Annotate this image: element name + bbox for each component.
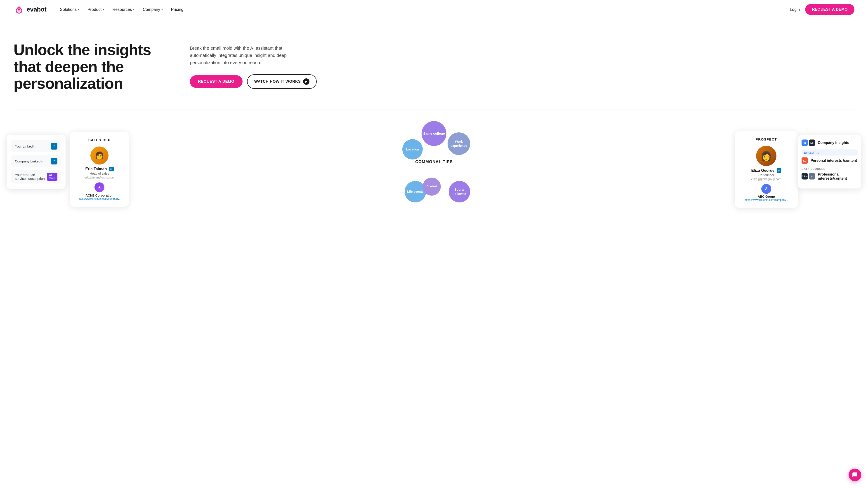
insight-row-company: in Eb Company insights	[802, 140, 858, 146]
bubble-same-college: Same college	[422, 121, 446, 146]
navbar: evabot Solutions ▾ Product ▾ Resources ▾…	[0, 0, 868, 19]
prospect-company-url[interactable]: https://www.linkedin.com/company...	[741, 198, 792, 201]
nav-actions: Login REQUEST A DEMO	[790, 4, 855, 15]
linkedin-input-label: Your LinkedIn	[15, 144, 35, 148]
input-panel: Your LinkedIn in Company LinkedIn in You…	[7, 135, 66, 189]
company-linkedin-row: Company LinkedIn in	[11, 155, 61, 167]
bubble-sports-followed: Sports Followed	[449, 181, 470, 202]
company-linkedin-label: Company LinkedIn	[15, 159, 43, 163]
insight-icons-personal: Ev	[802, 158, 808, 164]
hero-buttons: REQUEST A DEMO WATCH HOW IT WORKS ▶	[190, 74, 855, 89]
sales-rep-avatar: 🧑	[90, 147, 108, 164]
insights-panel: in Eb Company insights EVABOT AI Ev Pers…	[798, 135, 861, 189]
sales-rep-linkedin-icon: in	[109, 167, 114, 171]
bubble-location: Location	[402, 139, 423, 160]
company-insights-label: Company insights	[818, 141, 849, 145]
prospect-job-title: Co-founder	[741, 173, 792, 177]
prospect-company-logo: A	[761, 184, 771, 194]
professional-interests-label: Professional interests/content	[818, 172, 858, 181]
insight-icon-1: in	[802, 140, 808, 146]
product-desc-label: Your product/ services description	[15, 173, 47, 181]
hero-left: Unlock the insights that deepen the pers…	[13, 41, 172, 92]
bubble-work-experience: Work experience	[447, 132, 470, 155]
insight-icons-company: in Eb	[802, 140, 815, 146]
insight-icons-professional: CRM ▾	[802, 173, 815, 180]
solutions-chevron-icon: ▾	[78, 8, 79, 11]
ai-tech-badge: AI Tech	[47, 173, 57, 181]
logo[interactable]: evabot	[13, 5, 46, 14]
sales-company-url[interactable]: https://www.linkedin.com/company...	[76, 197, 123, 200]
request-demo-button-hero[interactable]: REQUEST A DEMO	[190, 75, 243, 88]
prospect-linkedin-icon: in	[777, 168, 781, 173]
watch-how-it-works-button[interactable]: WATCH HOW IT WORKS ▶	[247, 74, 317, 89]
viz-container: Your LinkedIn in Company LinkedIn in You…	[0, 119, 868, 205]
sales-rep-panel: SALES REP 🧑 Eric Taiman in Head of sales…	[70, 132, 129, 207]
sales-rep-title: SALES REP	[76, 138, 123, 142]
prospect-email: eliza.g@abcgroup.com	[741, 177, 792, 181]
hero-title: Unlock the insights that deepen the pers…	[13, 41, 172, 92]
evabot-ai-label: EVABOT AI	[802, 150, 858, 156]
sales-rep-job-title: Head of sales	[76, 172, 123, 175]
viz-section: Your LinkedIn in Company LinkedIn in You…	[0, 110, 868, 214]
eventbrite-icon: Ev	[802, 158, 808, 164]
commonalities-area: COMMONALITIES Same college Location Work…	[386, 119, 482, 205]
data-sources-label: DATA SOURCES	[802, 167, 858, 170]
linkedin-input-row: Your LinkedIn in	[11, 140, 61, 152]
hero-description: Break the email mold with the AI assista…	[190, 44, 298, 66]
prospect-company-name: ABC Group	[741, 195, 792, 198]
insight-row-professional: CRM ▾ Professional interests/content	[802, 172, 858, 181]
prospect-panel: PROSPECT 👩 Eliza George in Co-founder el…	[735, 131, 798, 208]
nav-product[interactable]: Product ▾	[88, 7, 104, 12]
nav-solutions[interactable]: Solutions ▾	[60, 7, 79, 12]
commonalities-label: COMMONALITIES	[415, 160, 453, 164]
nav-resources[interactable]: Resources ▾	[112, 7, 134, 12]
bubble-content: Content	[423, 177, 441, 196]
company-chevron-icon: ▾	[161, 8, 163, 11]
prospect-avatar: 👩	[756, 146, 776, 166]
prospect-name: Eliza George in	[741, 168, 792, 173]
crm-icon: CRM	[802, 173, 808, 180]
nav-company[interactable]: Company ▾	[143, 7, 163, 12]
sales-rep-email: eric.taiman@acne.com	[76, 176, 123, 179]
hero-section: Unlock the insights that deepen the pers…	[0, 19, 868, 109]
linkedin-badge-1: in	[51, 143, 57, 150]
linkedin-badge-2: in	[51, 158, 57, 164]
logo-text: evabot	[27, 6, 46, 13]
data-icon: ▾	[809, 173, 815, 180]
play-icon: ▶	[303, 78, 309, 85]
nav-pricing[interactable]: Pricing	[171, 7, 183, 12]
sales-company-name: ACNE Corporation	[76, 194, 123, 197]
logo-icon	[13, 5, 24, 14]
hero-right: Break the email mold with the AI assista…	[172, 44, 855, 89]
insight-row-personal: Ev Personal interests /content	[802, 158, 858, 164]
login-button[interactable]: Login	[790, 7, 800, 12]
resources-chevron-icon: ▾	[133, 8, 134, 11]
insight-icon-2: Eb	[809, 140, 815, 146]
sales-rep-name: Eric Taiman in	[76, 167, 123, 171]
svg-point-0	[18, 8, 20, 11]
request-demo-button-nav[interactable]: REQUEST A DEMO	[805, 4, 855, 15]
nav-links: Solutions ▾ Product ▾ Resources ▾ Compan…	[60, 7, 790, 12]
product-chevron-icon: ▾	[103, 8, 104, 11]
prospect-title: PROSPECT	[741, 137, 792, 141]
product-desc-row: Your product/ services description AI Te…	[11, 170, 61, 184]
personal-interests-label: Personal interests /content	[811, 159, 857, 163]
sales-company-logo: A	[94, 182, 104, 192]
